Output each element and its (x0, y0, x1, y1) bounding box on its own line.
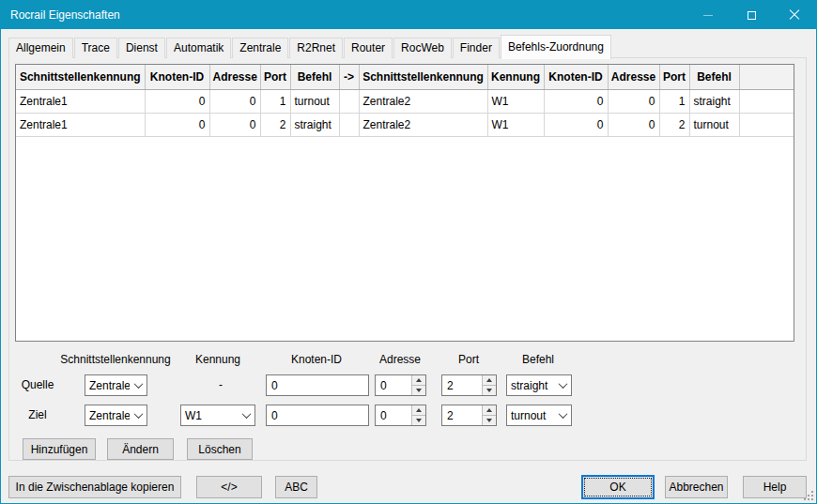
cell-source-port[interactable]: 1 (260, 89, 290, 113)
cell-source-interface[interactable]: Zentrale1 (16, 113, 145, 136)
col-header-source-node-id[interactable]: Knoten-ID (145, 65, 209, 89)
rocrail-properties-dialog: Rocrail Eigenschaften Allgemein Trace Di… (0, 0, 817, 504)
delete-button[interactable]: Löschen (187, 438, 253, 460)
cell-target-address[interactable]: 0 (608, 113, 659, 136)
target-port-spinner[interactable]: 2 (441, 405, 497, 426)
cell-target-node-id[interactable]: 0 (544, 89, 608, 113)
cell-source-address[interactable]: 0 (209, 89, 260, 113)
title-bar[interactable]: Rocrail Eigenschaften (1, 1, 816, 29)
table-row[interactable]: Zentrale1 0 0 1 turnout Zentrale2 W1 0 0… (16, 89, 794, 113)
tab-trace[interactable]: Trace (74, 38, 117, 58)
close-button[interactable] (773, 1, 816, 29)
maximize-icon (748, 11, 756, 20)
add-button[interactable]: Hinzufügen (23, 438, 96, 460)
spinner-buttons (482, 405, 496, 425)
chevron-down-icon (130, 375, 146, 395)
source-row-label: Quelle (15, 378, 60, 391)
cell-source-interface[interactable]: Zentrale1 (16, 89, 145, 113)
cell-target-kennung[interactable]: W1 (487, 113, 544, 136)
cell-filler (739, 113, 794, 136)
col-header-target-port[interactable]: Port (659, 65, 689, 89)
spin-up-icon[interactable] (412, 375, 425, 386)
modify-button[interactable]: Ändern (107, 438, 174, 460)
spinner-buttons (482, 375, 496, 395)
col-header-target-kennung[interactable]: Kennung (487, 65, 544, 89)
cell-source-command[interactable]: straight (290, 113, 339, 136)
target-kennung-value: W1 (185, 409, 238, 422)
spin-up-icon[interactable] (483, 375, 496, 386)
cell-target-address[interactable]: 0 (608, 89, 659, 113)
col-header-source-command[interactable]: Befehl (290, 65, 339, 89)
spin-up-icon[interactable] (412, 405, 425, 416)
spin-down-icon[interactable] (412, 386, 425, 396)
tab-automatik[interactable]: Automatik (166, 38, 231, 58)
form-label-knoten-id: Knoten-ID (291, 353, 342, 366)
cell-source-port[interactable]: 2 (260, 113, 290, 136)
col-header-target-command[interactable]: Befehl (689, 65, 739, 89)
resize-grip-icon[interactable] (801, 488, 813, 500)
form-label-port: Port (458, 353, 479, 366)
chevron-down-icon (554, 375, 571, 395)
mapping-table[interactable]: Schnittstellenkennung Knoten-ID Adresse … (15, 64, 794, 342)
target-node-id-value: 0 (271, 409, 278, 422)
form-label-befehl: Befehl (522, 353, 554, 366)
source-address-spinner[interactable]: 0 (375, 374, 426, 396)
cancel-button[interactable]: Abbrechen (665, 476, 728, 498)
cell-target-kennung[interactable]: W1 (487, 89, 544, 113)
spin-down-icon[interactable] (483, 386, 496, 396)
window-controls (686, 1, 816, 29)
tab-befehls-zuordnung[interactable]: Befehls-Zuordnung (501, 35, 611, 59)
cell-target-node-id[interactable]: 0 (544, 113, 608, 136)
cell-target-port[interactable]: 1 (659, 89, 689, 113)
cell-target-command[interactable]: turnout (689, 113, 739, 136)
target-command-combobox[interactable]: turnout (506, 405, 572, 426)
col-header-source-interface[interactable]: Schnittstellenkennung (16, 65, 145, 89)
target-address-value: 0 (376, 405, 411, 425)
tab-finder[interactable]: Finder (453, 38, 500, 58)
xml-code-button[interactable]: </> (196, 476, 262, 498)
col-header-source-port[interactable]: Port (260, 65, 290, 89)
minimize-button[interactable] (686, 1, 730, 29)
cell-target-command[interactable]: straight (689, 89, 739, 113)
tab-r2rnet[interactable]: R2Rnet (289, 38, 343, 58)
col-header-target-node-id[interactable]: Knoten-ID (544, 65, 608, 89)
cell-target-interface[interactable]: Zentrale2 (359, 89, 487, 113)
target-interface-combobox[interactable]: Zentrale (85, 405, 147, 426)
source-interface-value: Zentrale (89, 379, 130, 392)
tab-rocweb[interactable]: RocWeb (393, 38, 452, 58)
spin-up-icon[interactable] (483, 405, 496, 416)
source-port-spinner[interactable]: 2 (441, 374, 497, 396)
maximize-button[interactable] (730, 1, 773, 29)
cell-target-port[interactable]: 2 (659, 113, 689, 136)
tab-dienst[interactable]: Dienst (118, 38, 165, 58)
target-node-id-input[interactable]: 0 (266, 405, 369, 426)
source-interface-combobox[interactable]: Zentrale (85, 374, 147, 396)
cell-arrow (339, 89, 359, 113)
abc-button[interactable]: ABC (275, 476, 317, 498)
target-address-spinner[interactable]: 0 (375, 405, 426, 426)
spin-down-icon[interactable] (412, 416, 425, 426)
cell-source-node-id[interactable]: 0 (145, 113, 209, 136)
help-button[interactable]: Help (743, 476, 807, 498)
target-kennung-combobox[interactable]: W1 (180, 405, 255, 426)
tab-zentrale[interactable]: Zentrale (232, 38, 288, 58)
col-header-target-address[interactable]: Adresse (608, 65, 659, 89)
cell-target-interface[interactable]: Zentrale2 (359, 113, 487, 136)
copy-to-clipboard-button[interactable]: In die Zwischenablage kopieren (8, 476, 181, 498)
col-header-target-interface[interactable]: Schnittstellenkennung (359, 65, 487, 89)
spin-down-icon[interactable] (483, 416, 496, 426)
table-row[interactable]: Zentrale1 0 0 2 straight Zentrale2 W1 0 … (16, 113, 794, 136)
cell-source-node-id[interactable]: 0 (145, 89, 209, 113)
befehls-zuordnung-panel: Schnittstellenkennung Knoten-ID Adresse … (8, 57, 807, 461)
cell-source-address[interactable]: 0 (209, 113, 260, 136)
source-node-id-input[interactable]: 0 (266, 374, 369, 396)
spinner-buttons (411, 375, 425, 395)
tab-allgemein[interactable]: Allgemein (8, 38, 73, 58)
col-header-source-address[interactable]: Adresse (209, 65, 260, 89)
form-label-schnittstellenkennung: Schnittstellenkennung (60, 353, 170, 366)
ok-button[interactable]: OK (581, 475, 655, 499)
tab-router[interactable]: Router (344, 38, 393, 58)
cell-filler (739, 89, 794, 113)
cell-source-command[interactable]: turnout (290, 89, 339, 113)
source-command-combobox[interactable]: straight (506, 374, 572, 396)
